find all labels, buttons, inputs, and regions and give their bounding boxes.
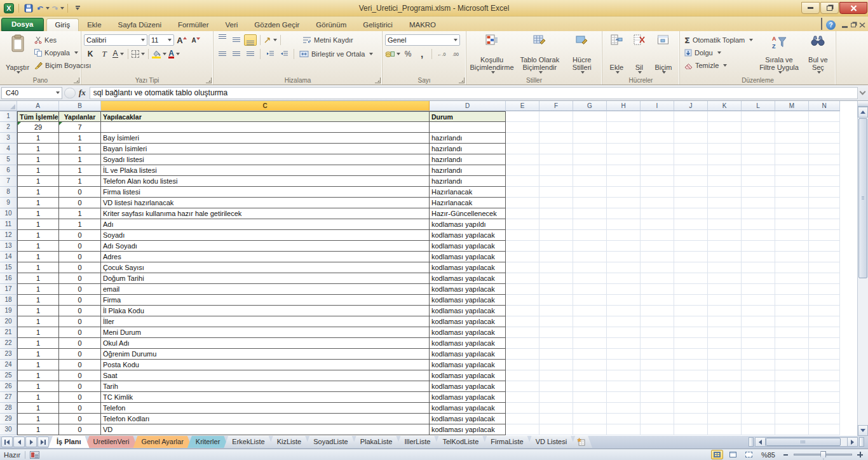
cell-D11[interactable]: kodlaması yapıldı	[430, 219, 506, 230]
cell-K12[interactable]	[708, 230, 742, 241]
row-header-5[interactable]: 5	[0, 154, 17, 165]
cell-H27[interactable]	[607, 392, 641, 403]
sheet-tab-vd-listesi[interactable]: VD Listesi	[527, 436, 576, 448]
row-header-29[interactable]: 29	[0, 414, 17, 424]
cell-K20[interactable]	[708, 316, 742, 327]
cell-E26[interactable]	[506, 381, 539, 392]
cell-M15[interactable]	[775, 262, 809, 273]
cell-J16[interactable]	[674, 273, 708, 284]
page-layout-view-button[interactable]	[727, 450, 739, 459]
cell-C14[interactable]: Adres	[101, 252, 430, 262]
cell-K13[interactable]	[708, 241, 742, 252]
row-header-26[interactable]: 26	[0, 381, 17, 392]
comma-style-button[interactable]: ,	[416, 48, 428, 60]
cell-A9[interactable]: 1	[17, 198, 59, 208]
cell-M20[interactable]	[775, 316, 809, 327]
column-header-H[interactable]: H	[607, 101, 641, 111]
cell-B25[interactable]: 0	[59, 370, 101, 381]
cell-E17[interactable]	[506, 284, 539, 295]
column-header-N[interactable]: N	[809, 101, 840, 111]
cell-M12[interactable]	[775, 230, 809, 241]
cell-B16[interactable]: 0	[59, 273, 101, 284]
cell-C21[interactable]: Meni Durum	[101, 327, 430, 338]
row-header-24[interactable]: 24	[0, 360, 17, 370]
cell-D2[interactable]	[430, 122, 506, 133]
cell-F26[interactable]	[539, 381, 573, 392]
sheet-tab-i̇ş-planı[interactable]: İş Planı	[48, 436, 90, 448]
cell-A21[interactable]: 1	[17, 327, 59, 338]
wrap-text-button[interactable]: Metni Kaydır	[301, 34, 355, 46]
cell-K28[interactable]	[708, 403, 742, 414]
font-dialog-launcher[interactable]	[206, 78, 212, 83]
cell-E23[interactable]	[506, 349, 539, 360]
workbook-minimize-icon[interactable]	[842, 26, 848, 28]
cell-N30[interactable]	[809, 424, 840, 435]
cell-F2[interactable]	[539, 122, 573, 133]
scroll-right-button[interactable]	[847, 437, 858, 447]
cell-A15[interactable]: 1	[17, 262, 59, 273]
cell-M28[interactable]	[775, 403, 809, 414]
cell-K16[interactable]	[708, 273, 742, 284]
cell-H17[interactable]	[607, 284, 641, 295]
record-macro-button[interactable]	[30, 451, 39, 459]
cell-D18[interactable]: kodlaması yapılacak	[430, 295, 506, 306]
cell-B17[interactable]: 0	[59, 284, 101, 295]
cell-J14[interactable]	[674, 252, 708, 262]
cell-F12[interactable]	[539, 230, 573, 241]
scroll-up-button[interactable]	[858, 107, 868, 118]
cell-L19[interactable]	[742, 306, 775, 316]
cell-J2[interactable]	[674, 122, 708, 133]
align-middle-button[interactable]	[230, 34, 243, 46]
cell-I13[interactable]	[641, 241, 674, 252]
cell-styles-button[interactable]: Hücre Stilleri	[565, 33, 599, 75]
sheet-tab-kizliste[interactable]: KizListe	[269, 436, 310, 448]
cell-C7[interactable]: Telefon Alan kodu listesi	[101, 176, 430, 187]
cell-J7[interactable]	[674, 176, 708, 187]
cell-A8[interactable]: 1	[17, 187, 59, 198]
cell-K25[interactable]	[708, 370, 742, 381]
cell-D16[interactable]: kodlaması yapılacak	[430, 273, 506, 284]
cell-H26[interactable]	[607, 381, 641, 392]
column-header-A[interactable]: A	[17, 101, 59, 111]
cell-B1[interactable]: Yapılanlar	[59, 111, 101, 122]
sheet-tab-illerliste[interactable]: IllerListe	[396, 436, 438, 448]
cell-A22[interactable]: 1	[17, 338, 59, 349]
cell-H18[interactable]	[607, 295, 641, 306]
cell-L10[interactable]	[742, 208, 775, 219]
cell-J20[interactable]	[674, 316, 708, 327]
cell-M5[interactable]	[775, 154, 809, 165]
autosum-button[interactable]: Σ Otomatik Toplam	[682, 34, 755, 46]
cell-K23[interactable]	[708, 349, 742, 360]
cell-L30[interactable]	[742, 424, 775, 435]
cell-H28[interactable]	[607, 403, 641, 414]
cell-E9[interactable]	[506, 198, 539, 208]
cell-J22[interactable]	[674, 338, 708, 349]
cell-F24[interactable]	[539, 360, 573, 370]
cell-L24[interactable]	[742, 360, 775, 370]
cell-C15[interactable]: Çocuk Sayısı	[101, 262, 430, 273]
cell-C25[interactable]: Saat	[101, 370, 430, 381]
cell-F10[interactable]	[539, 208, 573, 219]
cell-J18[interactable]	[674, 295, 708, 306]
cell-E2[interactable]	[506, 122, 539, 133]
column-header-G[interactable]: G	[573, 101, 607, 111]
cell-C29[interactable]: Telefon Kodları	[101, 414, 430, 424]
font-size-combo[interactable]: 11	[149, 34, 174, 46]
increase-indent-button[interactable]	[278, 48, 290, 60]
cell-N3[interactable]	[809, 133, 840, 144]
cell-F17[interactable]	[539, 284, 573, 295]
fill-button[interactable]: Dolgu	[682, 46, 755, 59]
cell-I8[interactable]	[641, 187, 674, 198]
cell-C8[interactable]: Firma listesi	[101, 187, 430, 198]
cell-D3[interactable]: hazırlandı	[430, 133, 506, 144]
ribbon-tab-veri[interactable]: Veri	[217, 19, 247, 31]
ribbon-tab-görünüm[interactable]: Görünüm	[308, 19, 355, 31]
cell-C18[interactable]: Firma	[101, 295, 430, 306]
cell-H24[interactable]	[607, 360, 641, 370]
cell-E7[interactable]	[506, 176, 539, 187]
normal-view-button[interactable]	[711, 450, 723, 459]
cell-N26[interactable]	[809, 381, 840, 392]
align-right-button[interactable]	[244, 48, 257, 60]
cell-I2[interactable]	[641, 122, 674, 133]
cell-F13[interactable]	[539, 241, 573, 252]
